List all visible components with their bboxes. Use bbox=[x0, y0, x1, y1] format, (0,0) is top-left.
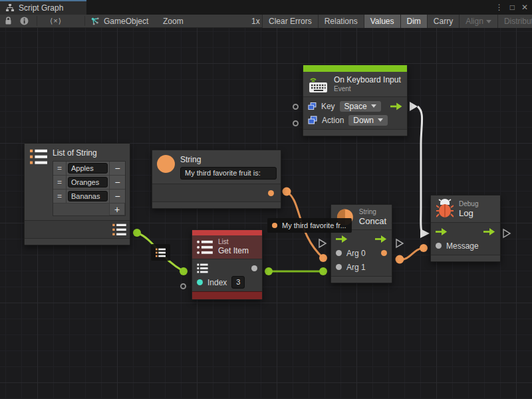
node-get-item[interactable]: List Get Item Index 3 bbox=[192, 229, 263, 300]
graph-hierarchy-icon bbox=[5, 3, 15, 13]
node-string-literal[interactable]: String My third favorite fruit is: bbox=[152, 150, 281, 209]
concat-flow-in-port[interactable] bbox=[319, 239, 326, 247]
flow-in-port-icon[interactable] bbox=[436, 228, 448, 235]
index-value-port[interactable] bbox=[180, 283, 186, 289]
graph-canvas[interactable]: On Keyboard Input Event Key Space bbox=[0, 28, 532, 399]
wire-endpoint bbox=[396, 255, 404, 264]
node-title: On Keyboard Input bbox=[334, 75, 401, 85]
concat-flow-out-port[interactable] bbox=[396, 239, 403, 247]
tooltip-text: My third favorite fr... bbox=[282, 221, 346, 229]
node-title: Log bbox=[459, 208, 478, 218]
arg0-input-port[interactable] bbox=[336, 250, 342, 256]
dim-button[interactable]: Dim bbox=[400, 15, 427, 28]
node-concat[interactable]: String Concat Arg 0 bbox=[331, 204, 392, 283]
flow-out-port-icon[interactable] bbox=[483, 228, 495, 235]
node-category: String bbox=[359, 208, 386, 216]
node-subtitle: Event bbox=[334, 85, 401, 93]
drag-handle[interactable]: = bbox=[53, 162, 66, 175]
relations-button[interactable]: Relations bbox=[318, 15, 364, 28]
window-menu-icon[interactable]: ⋮ bbox=[495, 3, 503, 12]
flow-out-port-icon[interactable] bbox=[390, 102, 402, 110]
action-label: Action bbox=[322, 116, 344, 125]
zoom-value: 1x bbox=[251, 17, 260, 26]
action-dropdown[interactable]: Down bbox=[348, 115, 388, 126]
literal-input-icon bbox=[308, 116, 317, 125]
window-maximize-icon[interactable]: □ bbox=[510, 3, 515, 12]
node-list-of-string[interactable]: List of String = Apples − = Oranges − bbox=[24, 143, 130, 245]
wire-endpoint bbox=[133, 229, 141, 237]
result-output-port[interactable] bbox=[381, 250, 387, 256]
arg1-input-port[interactable] bbox=[336, 264, 342, 270]
dropdown-arrow-icon bbox=[371, 104, 376, 108]
list-output-port[interactable] bbox=[112, 223, 126, 236]
index-field[interactable]: 3 bbox=[231, 276, 245, 289]
wire-endpoint bbox=[319, 254, 327, 262]
tab-bar: Script Graph ⋮ □ ✕ bbox=[0, 0, 532, 15]
info-icon bbox=[20, 17, 29, 25]
node-title: String bbox=[180, 155, 277, 165]
values-button[interactable]: Values bbox=[364, 15, 400, 28]
wire-flow-keyboard-to-log[interactable] bbox=[418, 106, 422, 231]
message-label: Message bbox=[446, 241, 479, 251]
window-close-icon[interactable]: ✕ bbox=[521, 3, 528, 12]
index-input-port[interactable] bbox=[197, 279, 203, 285]
list-item-row: = Apples − bbox=[53, 162, 125, 176]
flow-out-port-icon[interactable] bbox=[375, 235, 387, 243]
carry-button[interactable]: Carry bbox=[427, 15, 459, 28]
message-input-port[interactable] bbox=[436, 243, 442, 249]
remove-item-button[interactable]: − bbox=[109, 176, 125, 189]
list-item-field[interactable]: Oranges bbox=[68, 177, 108, 188]
dropdown-arrow-icon bbox=[378, 118, 383, 122]
align-button[interactable]: Align bbox=[459, 15, 497, 28]
wire-endpoint bbox=[180, 267, 188, 275]
gameobject-label: GameObject bbox=[104, 17, 148, 26]
node-title: Get Item bbox=[218, 246, 249, 256]
list-icon-small bbox=[156, 248, 166, 257]
lock-button[interactable] bbox=[0, 15, 16, 27]
clear-errors-button[interactable]: Clear Errors bbox=[262, 15, 318, 28]
arg0-label: Arg 0 bbox=[346, 249, 366, 258]
flow-wire-end-arrow bbox=[420, 229, 430, 238]
list-icon-white bbox=[197, 240, 213, 255]
list-item-field[interactable]: Apples bbox=[68, 163, 108, 174]
remove-item-button[interactable]: − bbox=[109, 162, 125, 175]
wire-value-bubble-list bbox=[151, 244, 170, 261]
key-dropdown[interactable]: Space bbox=[340, 101, 381, 112]
wire-endpoint bbox=[420, 244, 428, 252]
literal-input-icon bbox=[308, 102, 317, 111]
node-category: Debug bbox=[459, 200, 478, 208]
list-editor: = Apples − = Oranges − = Bananas − bbox=[53, 161, 126, 216]
event-node-accent-bar bbox=[303, 65, 407, 72]
node-debug-log[interactable]: Debug Log Message bbox=[430, 195, 501, 262]
info-button[interactable] bbox=[16, 15, 32, 27]
drag-handle[interactable]: = bbox=[53, 190, 66, 203]
index-label: Index bbox=[207, 278, 227, 287]
wire-endpoint bbox=[283, 188, 291, 196]
action-value-port[interactable] bbox=[293, 120, 299, 126]
key-value-port[interactable] bbox=[293, 104, 299, 110]
code-view-button[interactable]: ⟨×⟩ bbox=[44, 15, 68, 27]
add-item-button[interactable]: + bbox=[109, 203, 125, 215]
error-accent-bar bbox=[192, 230, 262, 235]
item-output-port[interactable] bbox=[251, 265, 257, 271]
graph-toolbar: ⟨×⟩ GameObject Zoom 1x Clear Errors Rela… bbox=[0, 15, 532, 28]
tab-script-graph[interactable]: Script Graph bbox=[0, 0, 86, 15]
error-footer-bar bbox=[192, 291, 262, 299]
list-item-field[interactable]: Bananas bbox=[68, 191, 108, 201]
distribute-button[interactable]: Distribute bbox=[497, 15, 532, 28]
gameobject-target-button[interactable]: GameObject bbox=[90, 15, 148, 27]
flow-wire-start-arrow bbox=[410, 102, 418, 111]
list-input-port[interactable] bbox=[197, 263, 208, 273]
drag-handle[interactable]: = bbox=[53, 176, 66, 189]
string-value-field[interactable]: My third favorite fruit is: bbox=[180, 167, 277, 180]
lock-icon bbox=[5, 17, 12, 25]
string-type-icon bbox=[157, 155, 175, 173]
node-on-keyboard-input[interactable]: On Keyboard Input Event Key Space bbox=[303, 65, 408, 136]
string-output-port[interactable] bbox=[268, 190, 274, 196]
remove-item-button[interactable]: − bbox=[109, 190, 125, 203]
list-icon bbox=[30, 148, 47, 166]
log-flow-out-port[interactable] bbox=[503, 229, 510, 237]
wire-endpoint bbox=[319, 267, 327, 275]
code-icon: ⟨×⟩ bbox=[50, 17, 62, 25]
flow-in-port-icon[interactable] bbox=[336, 235, 348, 243]
